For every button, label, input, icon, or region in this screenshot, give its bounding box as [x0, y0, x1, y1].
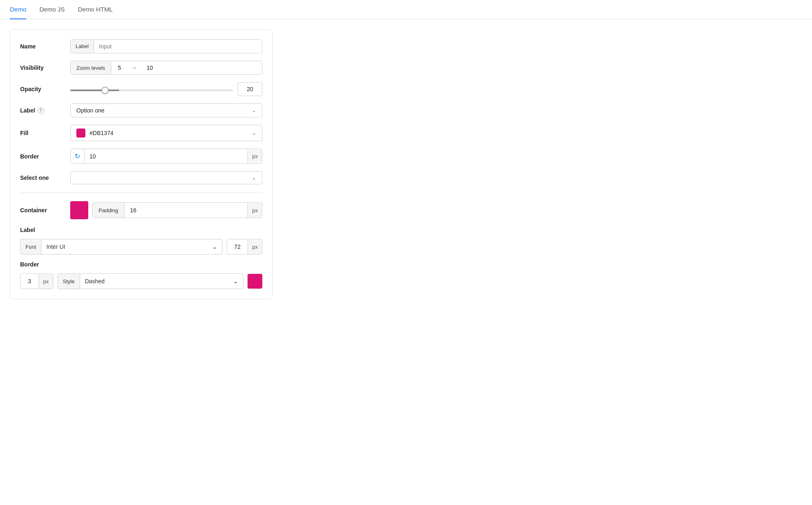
- name-input[interactable]: [94, 40, 262, 53]
- font-badge: Font: [21, 240, 41, 254]
- font-size-value: 72: [227, 239, 248, 254]
- tab-demo-html[interactable]: Demo HTML: [78, 0, 113, 19]
- label-subsection-title: Label: [20, 227, 262, 233]
- style-select-dropdown[interactable]: Dashed ⌄: [80, 274, 243, 289]
- opacity-group: 20: [70, 82, 262, 96]
- padding-value: 16: [124, 203, 248, 218]
- font-size-unit: px: [248, 240, 262, 254]
- style-field-group[interactable]: Style Dashed ⌄: [57, 273, 243, 289]
- select-one-label: Select one: [20, 174, 65, 181]
- section-divider: [20, 193, 262, 193]
- fill-control: #DB1374 ⌄: [70, 125, 262, 141]
- padding-field-group[interactable]: Padding 16 px: [92, 202, 262, 218]
- visibility-badge: Zoom levels: [71, 62, 111, 74]
- label-subsection: Label Font Inter UI ⌄ 72 px: [20, 227, 262, 255]
- style-chevron-icon: ⌄: [233, 278, 238, 285]
- label-field-label-text: Label: [20, 107, 35, 114]
- label-dropdown-control: Option one ⌄: [70, 103, 262, 117]
- padding-unit: px: [248, 203, 262, 218]
- fill-inner: #DB1374: [76, 129, 113, 138]
- select-one-control: ⌄: [70, 171, 262, 184]
- label-field-label: Label ?: [20, 107, 65, 114]
- select-one-dropdown[interactable]: ⌄: [70, 171, 262, 184]
- border-subsection-title: Border: [20, 261, 262, 268]
- name-control: Label: [70, 39, 262, 53]
- name-input-group[interactable]: Label: [70, 39, 262, 53]
- border-icon: ↻: [71, 149, 85, 163]
- border-unit: px: [248, 150, 262, 163]
- font-size-field-group[interactable]: 72 px: [227, 239, 262, 255]
- properties-card: Name Label Visibility Zoom levels 5 → 10: [10, 29, 273, 299]
- label-help-icon: ?: [38, 107, 44, 114]
- fill-chevron-icon: ⌄: [252, 130, 256, 136]
- border-num-value: 3: [21, 274, 39, 289]
- border-color-swatch: [248, 274, 262, 289]
- label-chevron-icon: ⌄: [252, 108, 256, 113]
- border-num-unit: px: [39, 274, 53, 289]
- border-value-input[interactable]: [85, 150, 248, 163]
- visibility-group[interactable]: Zoom levels 5 → 10: [70, 61, 262, 75]
- arrow-right-icon: →: [128, 64, 140, 71]
- opacity-slider[interactable]: [70, 90, 233, 91]
- border-field-group[interactable]: ↻ px: [70, 149, 262, 164]
- opacity-value: 20: [238, 82, 262, 96]
- name-row: Name Label: [20, 39, 262, 53]
- select-one-chevron-icon: ⌄: [252, 175, 256, 181]
- name-label: Name: [20, 43, 65, 50]
- font-chevron-icon: ⌄: [212, 243, 217, 250]
- fill-dropdown[interactable]: #DB1374 ⌄: [70, 125, 262, 141]
- label-dropdown-row: Label ? Option one ⌄: [20, 103, 262, 117]
- visibility-from: 5: [111, 61, 128, 74]
- border-control: ↻ px: [70, 149, 262, 164]
- opacity-control: 20: [70, 82, 262, 96]
- select-one-row: Select one ⌄: [20, 171, 262, 184]
- style-badge: Style: [58, 274, 80, 289]
- tabs-bar: Demo Demo JS Demo HTML: [0, 0, 812, 19]
- font-select-dropdown[interactable]: Inter UI ⌄: [41, 239, 222, 254]
- padding-label: Padding: [93, 203, 124, 218]
- tab-demo-js[interactable]: Demo JS: [39, 0, 65, 19]
- container-inner: Padding 16 px: [70, 201, 262, 219]
- opacity-label: Opacity: [20, 86, 65, 92]
- visibility-control: Zoom levels 5 → 10: [70, 61, 262, 75]
- container-row: Container Padding 16 px: [20, 201, 262, 219]
- fill-color-swatch: [76, 129, 85, 138]
- container-section-label: Container: [20, 207, 65, 213]
- font-field-group[interactable]: Font Inter UI ⌄: [20, 239, 222, 255]
- tab-demo[interactable]: Demo: [10, 0, 26, 19]
- label-dropdown[interactable]: Option one ⌄: [70, 103, 262, 117]
- border-label: Border: [20, 153, 65, 160]
- container-color-swatch: [70, 201, 88, 219]
- visibility-label: Visibility: [20, 64, 65, 71]
- main-content: Name Label Visibility Zoom levels 5 → 10: [0, 19, 812, 309]
- border-num-field-group[interactable]: 3 px: [20, 273, 53, 289]
- visibility-to: 10: [140, 61, 160, 74]
- name-badge: Label: [71, 40, 94, 53]
- style-select-value: Dashed: [85, 278, 105, 285]
- border-sub-row: 3 px Style Dashed ⌄: [20, 273, 262, 289]
- visibility-row: Visibility Zoom levels 5 → 10: [20, 61, 262, 75]
- fill-label: Fill: [20, 130, 65, 136]
- font-row: Font Inter UI ⌄ 72 px: [20, 239, 262, 255]
- border-row: Border ↻ px: [20, 149, 262, 164]
- opacity-slider-container: [70, 86, 233, 92]
- fill-row: Fill #DB1374 ⌄: [20, 125, 262, 141]
- font-select-value: Inter UI: [46, 243, 65, 250]
- border-subsection: Border 3 px Style Dashed ⌄: [20, 261, 262, 289]
- fill-color-value: #DB1374: [89, 130, 113, 136]
- label-dropdown-value: Option one: [76, 107, 105, 114]
- opacity-row: Opacity 20: [20, 82, 262, 96]
